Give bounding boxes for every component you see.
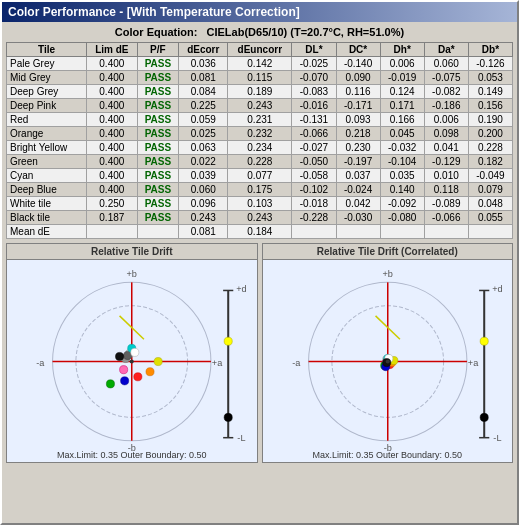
table-row: Green0.400PASS0.0220.228-0.050-0.197-0.1… (7, 155, 513, 169)
svg-text:+b: +b (382, 269, 392, 279)
table-row: Bright Yellow0.400PASS0.0630.234-0.0270.… (7, 141, 513, 155)
svg-point-57 (385, 360, 389, 364)
col-tile: Tile (7, 43, 87, 57)
col-deuncorr: dEuncorr (228, 43, 292, 57)
table-row: White tile0.250PASS0.0960.103-0.0180.042… (7, 197, 513, 211)
color-equation-value: CIELab(D65/10) (T=20.7°C, RH=51.0%) (207, 26, 405, 38)
chart-panel-2: Relative Tile Drift (Correlated) -a +a + (262, 243, 514, 463)
table-body: Pale Grey0.400PASS0.0360.142-0.025-0.140… (7, 57, 513, 239)
chart-panel-1: Relative Tile Drift (6, 243, 258, 463)
svg-point-27 (130, 360, 134, 364)
color-equation-row: Color Equation: CIELab(D65/10) (T=20.7°C… (6, 26, 513, 38)
table-row: Mean dE0.0810.184 (7, 225, 513, 239)
chart1-title: Relative Tile Drift (7, 244, 257, 260)
table-row: Cyan0.400PASS0.0390.077-0.0580.0370.0350… (7, 169, 513, 183)
svg-point-21 (154, 357, 162, 365)
svg-text:-a: -a (36, 358, 45, 368)
svg-point-59 (480, 413, 488, 421)
col-dc: DC* (336, 43, 380, 57)
chart1-label: Max.Limit: 0.35 Outer Boundary: 0.50 (7, 450, 257, 460)
svg-point-29 (224, 413, 232, 421)
svg-text:+d: +d (236, 284, 246, 294)
table-row: Black tile0.187PASS0.2430.243-0.228-0.03… (7, 211, 513, 225)
color-equation-label: Color Equation: (115, 26, 198, 38)
svg-point-22 (106, 380, 114, 388)
svg-point-19 (134, 373, 142, 381)
table-row: Deep Grey0.400PASS0.0840.189-0.0830.1160… (7, 85, 513, 99)
col-lim-de: Lim dE (87, 43, 137, 57)
svg-text:-L: -L (237, 433, 245, 443)
svg-point-18 (120, 366, 128, 374)
svg-text:+a: +a (212, 358, 223, 368)
col-decorr: dEcorr (179, 43, 228, 57)
chart2-label: Max.Limit: 0.35 Outer Boundary: 0.50 (263, 450, 513, 460)
col-dh: Dh* (380, 43, 424, 57)
table-row: Pale Grey0.400PASS0.0360.142-0.025-0.140… (7, 57, 513, 71)
svg-point-28 (224, 337, 232, 345)
col-da: Da* (424, 43, 468, 57)
chart2-svg: -a +a +b -b +d -L (263, 260, 513, 458)
table-row: Red0.400PASS0.0590.231-0.1310.0930.1660.… (7, 113, 513, 127)
table-header-row: Tile Lim dE P/F dEcorr dEuncorr DL* DC* … (7, 43, 513, 57)
chart2-body: -a +a +b -b +d -L (263, 260, 513, 458)
col-db: Db* (468, 43, 512, 57)
svg-point-25 (131, 348, 139, 356)
results-table: Tile Lim dE P/F dEcorr dEuncorr DL* DC* … (6, 42, 513, 239)
table-row: Deep Blue0.400PASS0.0600.175-0.102-0.024… (7, 183, 513, 197)
title-bar: Color Performance - [With Temperature Co… (2, 2, 517, 22)
col-pf: P/F (137, 43, 179, 57)
svg-text:+b: +b (127, 269, 137, 279)
table-row: Deep Pink0.400PASS0.2250.243-0.016-0.171… (7, 99, 513, 113)
window-title: Color Performance - [With Temperature Co… (8, 5, 300, 19)
svg-point-58 (480, 337, 488, 345)
chart1-svg: -a +a +b -b +d -L (7, 260, 257, 458)
chart1-body: -a +a +b -b +d -L (7, 260, 257, 458)
svg-text:-a: -a (292, 358, 301, 368)
table-row: Orange0.400PASS0.0250.232-0.0660.2180.04… (7, 127, 513, 141)
svg-point-20 (146, 368, 154, 376)
svg-text:-L: -L (493, 433, 501, 443)
charts-area: Relative Tile Drift (6, 243, 513, 463)
col-dl: DL* (292, 43, 336, 57)
content-area: Color Equation: CIELab(D65/10) (T=20.7°C… (2, 22, 517, 467)
main-window: Color Performance - [With Temperature Co… (0, 0, 519, 525)
svg-point-24 (121, 377, 129, 385)
chart2-title: Relative Tile Drift (Correlated) (263, 244, 513, 260)
svg-point-26 (116, 352, 124, 360)
svg-text:+a: +a (467, 358, 478, 368)
table-row: Mid Grey0.400PASS0.0810.115-0.0700.090-0… (7, 71, 513, 85)
svg-text:+d: +d (492, 284, 502, 294)
